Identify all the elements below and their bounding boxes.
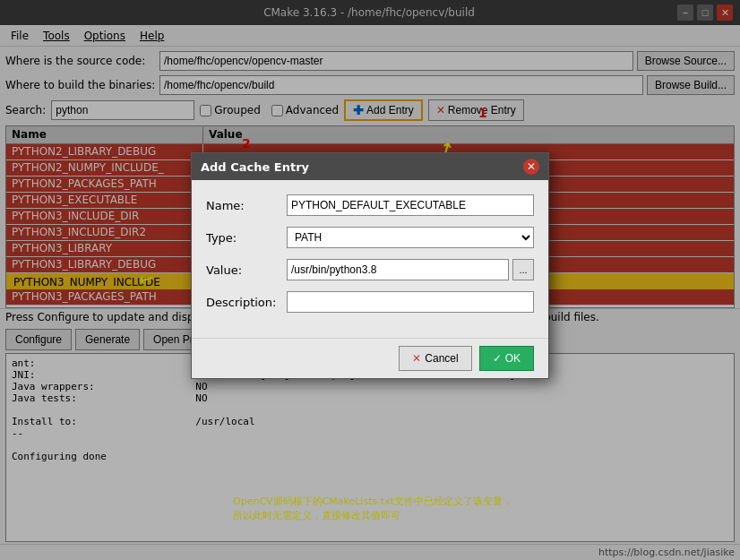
name-field-input[interactable] <box>287 194 534 216</box>
value-field-label: Value: <box>206 263 287 277</box>
modal-close-button[interactable]: ✕ <box>523 159 539 175</box>
cancel-label: Cancel <box>425 352 458 365</box>
ok-button[interactable]: ✓ OK <box>479 346 534 371</box>
modal-overlay: Add Cache Entry ✕ Name: Type: BOOL PATH … <box>0 0 740 560</box>
type-field-label: Type: <box>206 231 287 245</box>
description-field-input[interactable] <box>287 291 534 313</box>
value-field-input[interactable] <box>287 259 509 280</box>
ok-icon: ✓ <box>493 352 502 365</box>
modal-title: Add Cache Entry <box>201 160 309 174</box>
modal-footer: ✕ Cancel ✓ OK <box>192 338 548 378</box>
cancel-button[interactable]: ✕ Cancel <box>399 346 471 371</box>
type-field-select[interactable]: BOOL PATH FILEPATH STRING INTERNAL <box>287 227 534 248</box>
ok-label: OK <box>505 352 521 365</box>
type-field-row: Type: BOOL PATH FILEPATH STRING INTERNAL <box>206 227 534 248</box>
name-field-row: Name: <box>206 194 534 216</box>
modal-titlebar: Add Cache Entry ✕ <box>192 153 548 180</box>
value-browse-button[interactable]: ... <box>512 259 534 280</box>
cancel-icon: ✕ <box>412 352 421 365</box>
modal-dialog: Add Cache Entry ✕ Name: Type: BOOL PATH … <box>191 152 549 379</box>
value-field-row: Value: ... <box>206 259 534 280</box>
value-input-group: ... <box>287 259 534 280</box>
modal-body: Name: Type: BOOL PATH FILEPATH STRING IN… <box>192 180 548 338</box>
description-field-label: Description: <box>206 296 287 309</box>
name-field-label: Name: <box>206 199 287 212</box>
description-field-row: Description: <box>206 291 534 313</box>
